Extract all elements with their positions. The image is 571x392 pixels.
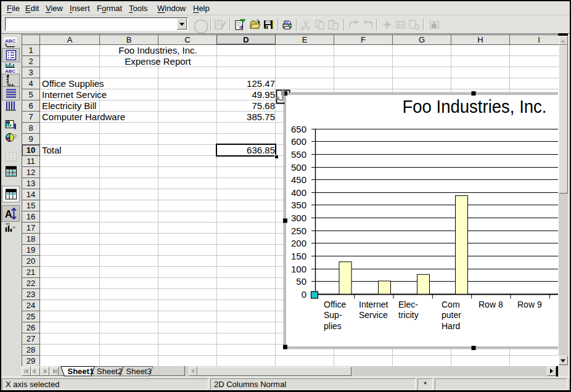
svg-text:100: 100 bbox=[291, 264, 306, 274]
svg-text:ABC: ABC bbox=[5, 68, 16, 74]
svg-text:Office: Office bbox=[324, 300, 347, 309]
svg-text:200: 200 bbox=[291, 238, 306, 248]
svg-text:puter: puter bbox=[442, 310, 461, 320]
svg-text:50: 50 bbox=[296, 276, 306, 287]
svg-text:Row 8: Row 8 bbox=[479, 300, 503, 309]
svg-text:Hard: Hard bbox=[442, 321, 460, 331]
svg-text:0: 0 bbox=[302, 289, 306, 300]
svg-text:Row 9: Row 9 bbox=[517, 300, 542, 309]
svg-text:550: 550 bbox=[291, 149, 306, 160]
svg-text:Elec-: Elec- bbox=[398, 300, 418, 309]
svg-text:Sup-: Sup- bbox=[324, 310, 342, 320]
svg-text:300: 300 bbox=[291, 213, 306, 223]
svg-text:400: 400 bbox=[291, 187, 306, 198]
svg-text:Service: Service bbox=[359, 310, 388, 320]
svg-text:tricity: tricity bbox=[398, 310, 419, 320]
svg-text:600: 600 bbox=[291, 136, 306, 147]
svg-text:ABC: ABC bbox=[5, 38, 16, 44]
svg-text:150: 150 bbox=[291, 251, 306, 261]
svg-text:Com: Com bbox=[442, 300, 460, 309]
svg-text:Sheet1: Sheet1 bbox=[68, 367, 94, 376]
svg-text:250: 250 bbox=[291, 226, 306, 236]
svg-text:500: 500 bbox=[291, 162, 306, 173]
svg-text:450: 450 bbox=[291, 174, 306, 185]
svg-text:Internet: Internet bbox=[359, 300, 388, 309]
svg-text:Sheet2: Sheet2 bbox=[97, 367, 122, 376]
svg-text:350: 350 bbox=[291, 200, 306, 210]
svg-text:A: A bbox=[5, 209, 12, 219]
svg-text:plies: plies bbox=[324, 321, 342, 331]
svg-text:Sheet3: Sheet3 bbox=[126, 367, 152, 376]
svg-text:Foo Industries, Inc.: Foo Industries, Inc. bbox=[403, 96, 547, 116]
svg-text:650: 650 bbox=[291, 124, 306, 134]
